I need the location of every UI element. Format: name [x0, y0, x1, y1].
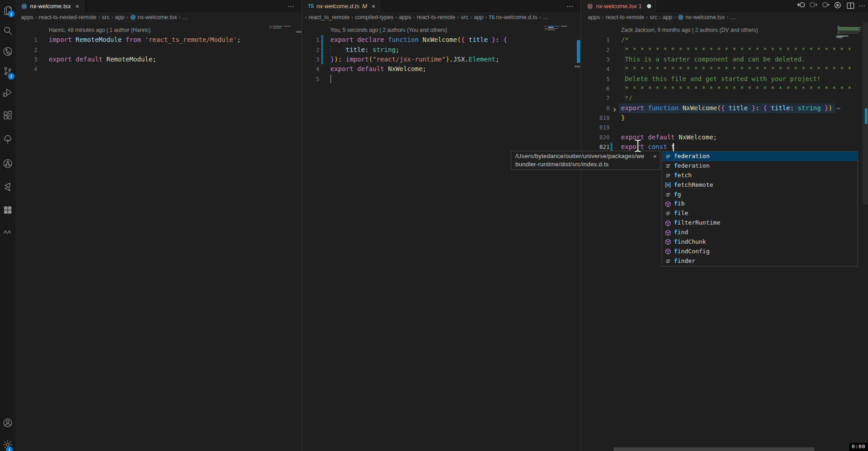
- close-icon[interactable]: ×: [372, 3, 375, 10]
- tab-nx-welcome-d-ts[interactable]: TSnx-welcome.d.tsM×: [302, 0, 380, 12]
- editor-actions: ⋯: [797, 1, 865, 10]
- breadcrumb-item[interactable]: nx-welcome.tsx: [678, 14, 724, 20]
- breadcrumb-item[interactable]: apps: [588, 14, 600, 20]
- suggest-item-fetch[interactable]: fetch: [662, 171, 858, 180]
- suggest-label: federation: [674, 152, 709, 161]
- editor-content[interactable]: Hanric, 48 minutes ago | 1 author (Hanri…: [15, 22, 302, 451]
- activitybar-run-debug-icon[interactable]: [2, 87, 13, 98]
- suggest-label: finder: [674, 256, 695, 266]
- blame-annotation[interactable]: You, 5 seconds ago | 2 authors (You and …: [330, 26, 447, 35]
- blame-annotation[interactable]: Zack Jackson, 9 months ago | 2 authors (…: [621, 26, 758, 35]
- indent-guide: [345, 45, 346, 55]
- activitybar-account-icon[interactable]: [2, 417, 13, 428]
- chevron-right-icon: ›: [602, 14, 604, 20]
- activity-bar: [0, 0, 15, 451]
- suggest-label: file: [674, 209, 688, 218]
- dirty-indicator[interactable]: [647, 4, 651, 8]
- line-number: 3: [302, 55, 319, 64]
- breadcrumb-item[interactable]: src: [102, 14, 110, 20]
- suggest-item-finder[interactable]: finder: [662, 256, 858, 266]
- run-or-debug-icon[interactable]: [834, 1, 843, 10]
- breadcrumb-item[interactable]: apps: [21, 14, 33, 20]
- chevron-right-icon: ›: [126, 14, 128, 20]
- suggest-item-find[interactable]: find: [662, 228, 858, 237]
- close-icon[interactable]: ×: [653, 153, 657, 160]
- breadcrumb-item[interactable]: app: [115, 14, 124, 20]
- symbol-text-icon: [664, 191, 672, 198]
- pane-divider-2[interactable]: [580, 0, 581, 451]
- minimap-line: [561, 26, 567, 27]
- breadcrumb-item[interactable]: react_ts_remote: [308, 14, 349, 20]
- suggest-item-fib[interactable]: fib: [662, 199, 858, 209]
- breadcrumb-item[interactable]: src: [461, 14, 468, 20]
- activitybar-extensions-icon[interactable]: [2, 109, 13, 121]
- line-number: 819: [589, 123, 610, 132]
- go-forward-icon[interactable]: [809, 1, 818, 10]
- modified-badge: M: [362, 3, 367, 10]
- pane-divider-1[interactable]: [302, 0, 302, 451]
- overview-cursor-mark: [575, 66, 580, 67]
- split-editor-icon[interactable]: [846, 1, 855, 10]
- breadcrumb-item[interactable]: …: [730, 14, 736, 20]
- suggest-item-findConfig[interactable]: findConfig: [662, 247, 858, 256]
- tab-nx-welcome-tsx-1[interactable]: nx-welcome.tsx 1: [581, 0, 656, 12]
- close-icon[interactable]: ×: [76, 3, 79, 10]
- editor-group-1: nx-welcome.tsx×⋯apps›react-ts-nested-rem…: [15, 0, 302, 451]
- file-icon: [678, 14, 684, 20]
- breadcrumb-item[interactable]: compiled-types: [355, 14, 393, 20]
- breadcrumb-item[interactable]: app: [663, 14, 673, 20]
- breadcrumb-item[interactable]: …: [543, 14, 549, 20]
- editor-actions-more[interactable]: ⋯: [288, 0, 295, 12]
- code-line: Delete this file and get started with yo…: [621, 74, 821, 84]
- suggest-item-file[interactable]: file: [662, 209, 858, 218]
- breadcrumb-item[interactable]: app: [474, 14, 483, 20]
- symbol-text-icon: [664, 172, 672, 179]
- suggest-item-fg[interactable]: fg: [662, 190, 858, 200]
- activitybar-commit-graph-icon[interactable]: [2, 158, 13, 169]
- mouse-ibeam-cursor: [634, 139, 642, 154]
- activitybar-search-icon[interactable]: [2, 25, 13, 36]
- activitybar-grid-extension-icon[interactable]: [2, 204, 13, 215]
- breadcrumb-item[interactable]: src: [650, 14, 657, 20]
- suggest-label: fetchRemote: [674, 180, 713, 190]
- breadcrumb-item[interactable]: TSnx-welcome.d.ts: [489, 14, 537, 20]
- chevron-right-icon: ›: [413, 14, 415, 20]
- breadcrumb-item[interactable]: react-ts-nested-remote: [39, 14, 96, 20]
- blame-annotation[interactable]: Hanric, 48 minutes ago | 1 author (Hanri…: [49, 26, 150, 35]
- file-icon: [21, 3, 27, 10]
- symbol-cube-icon: [664, 238, 672, 246]
- suggest-item-fetchRemote[interactable]: fetchRemote: [662, 180, 858, 190]
- activitybar-remote-explorer-icon[interactable]: [2, 46, 13, 57]
- breadcrumb-item[interactable]: react-ts-remote: [417, 14, 456, 20]
- breadcrumb-item[interactable]: nx-welcome.tsx: [130, 14, 177, 20]
- code-line: }): import("react/jsx-runtime").JSX.Elem…: [330, 55, 499, 64]
- suggest-item-federation[interactable]: federation: [662, 161, 858, 171]
- file-icon: [587, 3, 593, 10]
- suggest-item-findChunk[interactable]: findChunk: [662, 237, 858, 247]
- circle-arrow-icon[interactable]: [822, 1, 831, 10]
- suggest-item-filterRuntime[interactable]: filterRuntime: [662, 218, 858, 228]
- tab-nx-welcome-tsx[interactable]: nx-welcome.tsx×: [15, 0, 84, 12]
- breadcrumb-item[interactable]: …: [182, 14, 188, 20]
- editor-actions-more[interactable]: ⋯: [566, 0, 574, 12]
- suggest-item-federation[interactable]: federation: [662, 152, 858, 161]
- go-back-icon[interactable]: [797, 1, 806, 10]
- file-icon: TS: [308, 4, 314, 9]
- activitybar-testing-tree-icon[interactable]: [2, 133, 13, 145]
- chevron-right-icon: ›: [395, 14, 397, 20]
- breadcrumb-item[interactable]: apps: [399, 14, 411, 20]
- activitybar-ribbon-extension-icon[interactable]: [2, 181, 13, 193]
- code-line: import RemoteModule from 'react_ts_remot…: [49, 35, 241, 45]
- chevron-right-icon: ›: [646, 14, 648, 20]
- fold-chevron-icon[interactable]: [612, 106, 617, 114]
- editor-actions-more[interactable]: ⋯: [858, 2, 865, 10]
- line-number: 1: [302, 35, 319, 45]
- chevron-right-icon: ›: [470, 14, 472, 20]
- code-line: }: [621, 113, 625, 123]
- activitybar-squiggle-extension-icon[interactable]: [2, 226, 13, 237]
- editor-content[interactable]: You, 5 seconds ago | 2 authors (You and …: [302, 22, 581, 451]
- folded-ellipsis[interactable]: [837, 108, 840, 109]
- breadcrumb-item[interactable]: react-ts-remote: [606, 14, 644, 20]
- symbol-cube-icon: [664, 200, 672, 208]
- suggest-label: find: [674, 228, 688, 237]
